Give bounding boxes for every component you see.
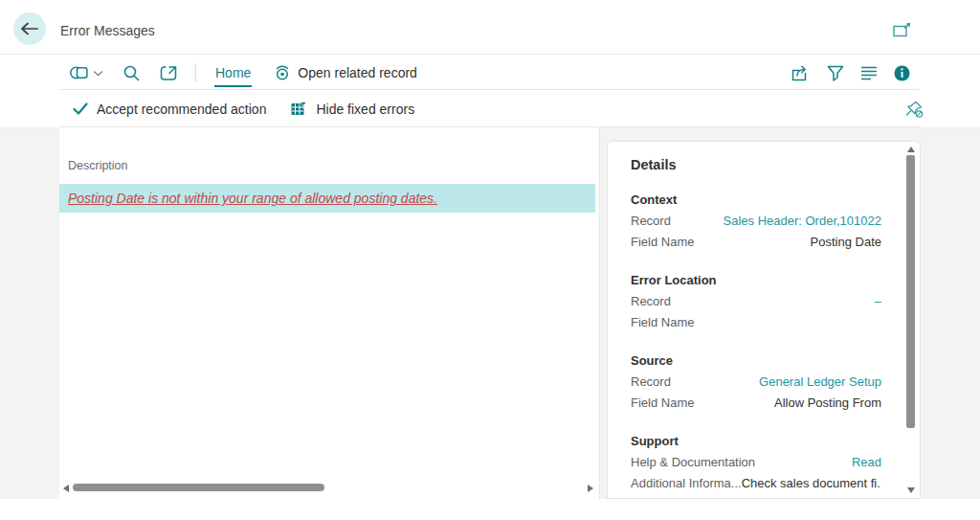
focus-mode-button[interactable] <box>160 65 177 81</box>
info-icon <box>894 65 910 81</box>
pages-menu-button[interactable] <box>69 64 103 81</box>
details-factbox: Details Context Record Sales Header: Ord… <box>607 141 921 499</box>
detail-field-row: Field Name <box>631 312 881 333</box>
open-related-record-label: Open related record <box>298 65 417 80</box>
popout-button[interactable] <box>890 19 913 40</box>
field-label: Record <box>631 291 671 312</box>
focus-mode-icon <box>160 65 177 81</box>
horizontal-scrollbar <box>59 482 600 494</box>
detail-field-row: Additional Informa... Check sales docume… <box>631 473 881 494</box>
title-bar: Error Messages <box>0 0 980 55</box>
chevron-down-icon <box>93 70 103 77</box>
content-area: Description Posting Date is not within y… <box>0 127 980 499</box>
field-label: Additional Informa... <box>631 473 742 494</box>
back-button[interactable] <box>13 12 46 45</box>
vertical-scrollbar-thumb[interactable] <box>906 155 915 428</box>
bottom-strip <box>0 499 980 520</box>
search-button[interactable] <box>123 65 140 81</box>
details-section-support: Support Help & Documentation Read Additi… <box>631 431 881 494</box>
related-record-icon <box>274 65 291 80</box>
error-row-selected[interactable]: Posting Date is not within your range of… <box>59 184 595 213</box>
source-record-link[interactable]: General Ledger Setup <box>759 372 881 393</box>
hide-fixed-errors-label: Hide fixed errors <box>316 102 414 117</box>
section-heading: Context <box>631 190 881 211</box>
hide-fixed-errors-button[interactable]: Hide fixed errors <box>291 102 414 117</box>
accept-recommended-action-label: Accept recommended action <box>97 102 266 117</box>
detail-field-row: Help & Documentation Read <box>631 452 881 473</box>
open-related-record-button[interactable]: Open related record <box>274 65 417 80</box>
tab-home[interactable]: Home <box>214 59 252 87</box>
toolbar-divider <box>195 63 196 82</box>
error-list-panel: Description Posting Date is not within y… <box>59 127 600 499</box>
hide-fixed-errors-icon <box>291 102 307 116</box>
list-icon <box>861 66 877 80</box>
field-label: Record <box>631 211 671 232</box>
field-label: Help & Documentation <box>631 452 755 473</box>
scroll-down-arrow[interactable] <box>907 487 915 493</box>
details-section-error-location: Error Location Record – Field Name <box>631 270 881 333</box>
error-location-record-link[interactable]: – <box>875 291 881 312</box>
back-arrow-icon <box>20 22 39 35</box>
field-value: Check sales document fi... <box>742 473 881 494</box>
info-button[interactable] <box>894 65 910 81</box>
section-heading: Source <box>631 350 881 372</box>
field-value: Posting Date <box>811 232 881 253</box>
details-section-context: Context Record Sales Header: Order,10102… <box>631 190 881 253</box>
detail-field-row: Record Sales Header: Order,101022 <box>631 211 881 232</box>
page-title: Error Messages <box>60 23 155 38</box>
filter-icon <box>827 65 844 81</box>
field-label: Field Name <box>631 232 694 253</box>
section-heading: Support <box>631 431 881 452</box>
field-value: Allow Posting From <box>774 393 881 414</box>
error-description-link[interactable]: Posting Date is not within your range of… <box>68 191 437 206</box>
context-record-link[interactable]: Sales Header: Order,101022 <box>724 211 882 232</box>
help-documentation-read-link[interactable]: Read <box>852 452 881 473</box>
field-label: Field Name <box>631 312 694 333</box>
scroll-up-arrow[interactable] <box>907 147 915 152</box>
share-icon <box>791 65 810 81</box>
details-section-source: Source Record General Ledger Setup Field… <box>631 350 881 414</box>
pages-icon <box>69 64 90 81</box>
accept-recommended-action-button[interactable]: Accept recommended action <box>73 102 266 117</box>
section-heading: Error Location <box>631 270 881 291</box>
open-in-new-window-icon <box>893 22 911 37</box>
detail-field-row: Record – <box>631 291 881 312</box>
list-view-button[interactable] <box>861 66 877 80</box>
column-header-description[interactable]: Description <box>59 127 128 172</box>
detail-field-row: Field Name Posting Date <box>631 232 881 253</box>
details-title: Details <box>631 157 881 172</box>
pin-icon <box>905 101 924 119</box>
error-messages-page: Error Messages <box>0 0 980 520</box>
share-button[interactable] <box>791 65 810 81</box>
search-icon <box>123 65 140 81</box>
horizontal-scrollbar-thumb[interactable] <box>73 484 324 491</box>
scroll-right-arrow[interactable] <box>588 485 593 492</box>
checkmark-icon <box>73 102 88 115</box>
detail-field-row: Field Name Allow Posting From <box>631 393 881 414</box>
scroll-left-arrow[interactable] <box>63 485 69 492</box>
vertical-scrollbar <box>905 143 916 499</box>
field-label: Field Name <box>631 393 694 414</box>
unpin-action-bar-button[interactable] <box>904 99 925 120</box>
action-bar: Accept recommended action Hide fixed err… <box>0 90 980 127</box>
detail-field-row: Record General Ledger Setup <box>631 372 881 393</box>
command-bar: Home Open related record <box>0 56 980 90</box>
filter-button[interactable] <box>827 65 844 81</box>
field-label: Record <box>631 372 671 393</box>
